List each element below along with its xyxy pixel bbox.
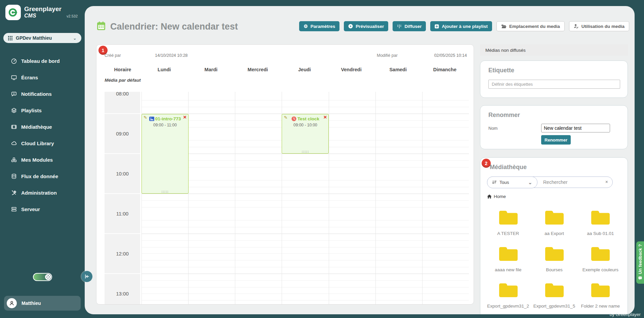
chat-icon bbox=[638, 275, 642, 281]
gear-icon: ⚙ bbox=[304, 24, 308, 29]
brand-name: Greenplayer bbox=[24, 5, 62, 13]
folder-item[interactable]: aa Sub 01.01 bbox=[577, 208, 623, 236]
sidebar-item-label: Médiathèque bbox=[21, 124, 52, 130]
chevron-down-icon: ⌄ bbox=[528, 179, 532, 186]
event-time: 09:00 - 11:00 bbox=[142, 123, 188, 127]
etiquette-input[interactable] bbox=[488, 80, 620, 89]
folder-icon bbox=[544, 244, 565, 263]
folder-icon bbox=[498, 208, 519, 226]
parametres-button[interactable]: ⚙ Paramètres bbox=[299, 21, 339, 31]
server-icon bbox=[10, 206, 17, 212]
resize-handle[interactable]: ·········· bbox=[161, 191, 169, 193]
person-icon bbox=[9, 301, 14, 306]
calendar-grid: 08:00 09:00 10:00 11:00 12:00 13:00 ✎ × … bbox=[105, 92, 469, 304]
hour-label: 13:00 bbox=[105, 274, 140, 304]
calendar-event-test-clock[interactable]: ✎ × Test clock 09:00 - 10:00 ·········· bbox=[282, 114, 329, 154]
calendar-day-grid[interactable]: ✎ × 01-intro-773 09:00 - 11:00 ·········… bbox=[142, 92, 469, 304]
greenplayer-app: Greenplayer CMS v2.532 GPDev Matthieu ⌄ … bbox=[0, 0, 644, 318]
column-header-samedi: Samedi bbox=[375, 67, 421, 72]
hour-label: 12:00 bbox=[105, 234, 140, 273]
column-header-horaire: Horaire bbox=[105, 67, 141, 72]
modified-value: 02/05/2025 10:14 bbox=[434, 53, 467, 58]
sidebar-item-serveur[interactable]: Serveur bbox=[0, 201, 85, 217]
sidebar-item-label: Mes Modules bbox=[21, 157, 53, 163]
hour-label: 11:00 bbox=[105, 194, 140, 233]
breadcrumb-home[interactable]: Home bbox=[487, 194, 506, 199]
by-greenplayer-credit: by Greenplayer bbox=[610, 312, 641, 317]
theme-toggle[interactable] bbox=[33, 273, 52, 281]
tools-icon bbox=[10, 190, 17, 196]
created-value: 14/10/2024 10:28 bbox=[155, 53, 188, 58]
sidebar-item-label: Administration bbox=[21, 190, 57, 196]
page-title: Calendrier: New calendar test bbox=[110, 22, 238, 32]
sidebar-item-playlists[interactable]: Playlists bbox=[0, 102, 85, 119]
renommer-button[interactable]: Renommer bbox=[541, 135, 571, 145]
tutorial-step-badge-1: 1 bbox=[98, 46, 108, 55]
modified-label: Modifié par bbox=[377, 53, 398, 58]
edit-pencil-icon[interactable]: ✎ bbox=[284, 115, 287, 120]
sidebar-item-mes-modules[interactable]: Mes Modules bbox=[0, 152, 85, 168]
calendar-name-input[interactable] bbox=[541, 124, 610, 132]
image-icon bbox=[149, 117, 154, 121]
cloud-icon bbox=[10, 140, 17, 147]
folder-item[interactable]: Exemple couleurs bbox=[577, 244, 623, 273]
hour-label: 08:00 bbox=[105, 92, 140, 113]
diffuser-button[interactable]: Diffuser bbox=[393, 21, 426, 31]
clock-icon bbox=[291, 116, 296, 121]
folder-icon bbox=[590, 208, 611, 226]
sidebar-item-mediatheque[interactable]: Médiathèque bbox=[0, 119, 85, 135]
clear-search-icon[interactable]: × bbox=[605, 179, 608, 185]
sidebar-item-label: Cloud Library bbox=[21, 141, 54, 146]
sidebar: Greenplayer CMS v2.532 GPDev Matthieu ⌄ … bbox=[0, 0, 85, 318]
workspace-selector[interactable]: GPDev Matthieu ⌄ bbox=[3, 33, 81, 43]
mediatheque-card: 2 Médiathèque Tous ⌄ Rechercher × Home bbox=[480, 157, 628, 314]
sidebar-item-notifications[interactable]: Notifications bbox=[0, 86, 85, 102]
folder-icon bbox=[590, 244, 611, 263]
mediatheque-title: Médiathèque bbox=[490, 164, 527, 171]
folder-item[interactable]: aa Export bbox=[531, 208, 577, 236]
feedback-tab[interactable]: Un feedback ? bbox=[636, 241, 644, 284]
user-menu[interactable]: Matthieu bbox=[4, 296, 81, 311]
calendar-grid-viewport[interactable]: 08:00 09:00 10:00 11:00 12:00 13:00 ✎ × … bbox=[105, 92, 469, 304]
edit-pencil-icon[interactable]: ✎ bbox=[144, 115, 147, 120]
column-header-mardi: Mardi bbox=[188, 67, 234, 72]
sidebar-item-cloud-library[interactable]: Cloud Library bbox=[0, 135, 85, 152]
folder-item[interactable]: Folder 2 new name bbox=[577, 281, 623, 309]
hour-label: 09:00 bbox=[105, 114, 140, 153]
search-input[interactable]: Rechercher bbox=[543, 180, 567, 185]
folder-icon bbox=[544, 208, 565, 226]
workspace-label: GPDev Matthieu bbox=[16, 35, 70, 41]
folder-icon bbox=[590, 281, 611, 299]
resize-handle[interactable]: ·········· bbox=[302, 151, 309, 153]
event-title: 01-intro-773 bbox=[142, 116, 188, 122]
folder-item[interactable]: aaaa new file bbox=[485, 244, 531, 273]
folder-item[interactable]: Export_gpdevm31_2 bbox=[485, 281, 531, 309]
unbroadcast-media-header[interactable]: Médias non diffusés bbox=[480, 44, 628, 56]
sidebar-item-ecrans[interactable]: Écrans bbox=[0, 69, 85, 86]
previsualiser-button[interactable]: Prévisualiser bbox=[344, 21, 388, 31]
layers-icon bbox=[10, 107, 17, 114]
folder-item[interactable]: Bourses bbox=[531, 244, 577, 273]
column-header-vendredi: Vendredi bbox=[328, 67, 375, 72]
database-icon bbox=[10, 173, 17, 180]
sort-icon bbox=[492, 180, 496, 184]
sidebar-collapse-button[interactable] bbox=[81, 271, 92, 282]
delete-event-icon[interactable]: × bbox=[183, 114, 187, 121]
feedback-label: Un feedback ? bbox=[638, 244, 643, 274]
filter-dropdown[interactable]: Tous ⌄ bbox=[487, 176, 537, 188]
home-icon bbox=[487, 194, 492, 199]
column-header-jeudi: Jeudi bbox=[281, 67, 328, 72]
default-media-row-label[interactable]: Média par défaut bbox=[105, 76, 141, 84]
calendar-icon bbox=[96, 21, 106, 32]
folder-item[interactable]: Export_gpdevm31_5 bbox=[531, 281, 577, 309]
event-title: Test clock bbox=[282, 116, 328, 122]
folder-grid: A TESTER aa Export aa Sub 01.01 aaaa new… bbox=[485, 208, 623, 309]
folder-item[interactable]: A TESTER bbox=[485, 208, 531, 236]
sidebar-item-administration[interactable]: Administration bbox=[0, 185, 85, 201]
delete-event-icon[interactable]: × bbox=[323, 114, 327, 121]
notification-icon bbox=[10, 91, 17, 97]
calendar-event-01-intro-773[interactable]: ✎ × 01-intro-773 09:00 - 11:00 ·········… bbox=[142, 114, 189, 194]
sidebar-item-tableau-de-bord[interactable]: Tableau de bord bbox=[0, 53, 85, 69]
sidebar-item-flux-de-donnee[interactable]: Flux de donnée bbox=[0, 168, 85, 185]
sidebar-nav: Tableau de bord Écrans Notifications Pla… bbox=[0, 53, 85, 217]
